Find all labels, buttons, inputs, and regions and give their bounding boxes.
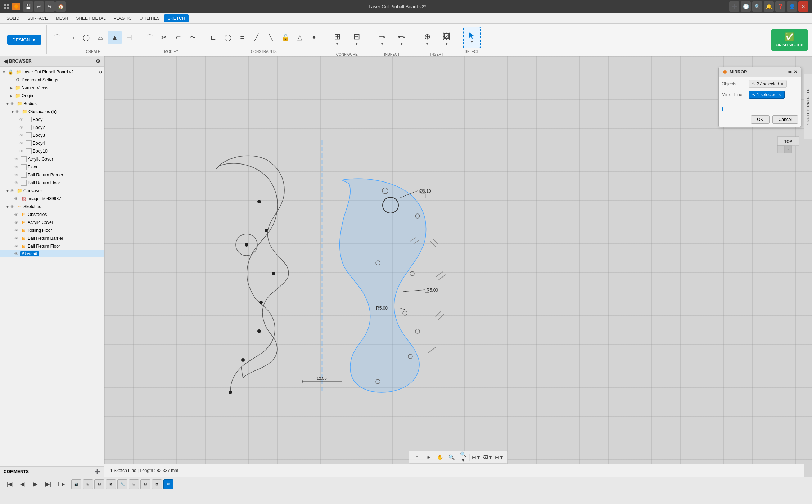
rect-tool[interactable]: ▭	[65, 31, 78, 44]
sidebar-item-obstacles[interactable]: ▼ 👁 📁 Obstacales (5)	[0, 108, 104, 116]
pan-btn[interactable]: ✋	[435, 452, 445, 462]
bell-icon[interactable]: 🔔	[764, 1, 774, 12]
timeline-step-7[interactable]: ⊟	[140, 479, 150, 489]
design-button[interactable]: DESIGN ▼	[7, 35, 41, 45]
mirror-collapse-btn[interactable]: ≪	[788, 69, 792, 75]
tab-mesh[interactable]: MESH	[52, 14, 72, 22]
sidebar-item-rolling-floor-sketch[interactable]: 👁 ⊟ Rolling Floor	[0, 226, 104, 234]
home-view-btn[interactable]: ⌂	[412, 452, 422, 462]
cancel-button[interactable]: Cancel	[772, 115, 798, 124]
sidebar-item-bodies[interactable]: ▼ 👁 📁 Bodies	[0, 100, 104, 108]
sidebar-item-origin[interactable]: ▶ 📁 Origin	[0, 92, 104, 100]
user-avatar[interactable]: 👤	[787, 1, 797, 12]
constraint-1[interactable]: ⊏	[207, 31, 220, 44]
tab-utilities[interactable]: UTILITIES	[136, 14, 163, 22]
sidebar-item-acrylic-cover-sketch[interactable]: 👁 ⊟ Acrylic Cover	[0, 219, 104, 226]
timeline-step-active[interactable]: ✏	[163, 479, 173, 489]
timeline-step-1[interactable]: 📷	[71, 479, 81, 489]
sketch-palette-panel[interactable]: SKETCH PALETTE	[804, 74, 812, 139]
constraint-7[interactable]: △	[293, 31, 307, 44]
tree-root[interactable]: ▼ 🔒 📁 Laser Cut Pinball Board v2 ⚙	[0, 68, 104, 76]
finish-sketch-button[interactable]: ✅ FINISH SKETCH	[771, 29, 808, 51]
inspect-btn2[interactable]: ⊷▼	[392, 27, 411, 51]
new-tab-button[interactable]: ➕	[729, 1, 739, 12]
tab-plastic[interactable]: PLASTIC	[110, 14, 135, 22]
sidebar-item-floor[interactable]: 👁 Floor	[0, 163, 104, 171]
close-button[interactable]: ✕	[798, 1, 808, 12]
configure-btn1[interactable]: ⊞▼	[328, 27, 347, 51]
sidebar-item-acrylic-cover-body[interactable]: 👁 Acrylic Cover	[0, 155, 104, 163]
tab-sheet-metal[interactable]: SHEET METAL	[72, 14, 109, 22]
sidebar-item-named-views[interactable]: ▶ 📁 Named Views	[0, 84, 104, 92]
sidebar-item-sketches[interactable]: ▼ 👁 ✏ Sketches	[0, 203, 104, 211]
fit-view-btn[interactable]: ⊞	[424, 452, 434, 462]
play-go-end-btn[interactable]: ⊢▶	[55, 478, 67, 490]
help-button[interactable]: ❓	[775, 1, 785, 12]
objects-chip[interactable]: ↖ 37 selected ✕	[749, 80, 787, 88]
sidebar-item-canvases[interactable]: ▼ 👁 📁 Canvases	[0, 187, 104, 195]
canvas-area[interactable]: 12.50 Ø6.10	[104, 56, 812, 477]
timeline-step-5[interactable]: 🔧	[117, 479, 127, 489]
browser-settings-icon[interactable]: ⚙	[96, 58, 100, 64]
sidebar-item-body10[interactable]: 👁 Body10	[0, 147, 104, 155]
timeline-step-3[interactable]: ⊟	[94, 479, 104, 489]
view-cube[interactable]: TOP Z	[777, 137, 799, 153]
mirror-info-btn[interactable]: ℹ	[722, 106, 723, 112]
constraint-8[interactable]: ✦	[307, 31, 321, 44]
circle-tool[interactable]: ◯	[79, 31, 93, 44]
spline-tool[interactable]: 〜	[186, 31, 200, 44]
timeline-step-2[interactable]: ⊞	[83, 479, 93, 489]
search-button[interactable]: 🔍	[752, 1, 762, 12]
undo-button[interactable]: ↩	[34, 1, 44, 12]
constraint-3[interactable]: =	[235, 31, 249, 44]
clock-icon[interactable]: 🕐	[741, 1, 751, 12]
fillet-tool[interactable]: ⌒	[143, 31, 157, 44]
configure-btn2[interactable]: ⊟▼	[347, 27, 366, 51]
zoom-btn[interactable]: 🔍	[447, 452, 457, 462]
sidebar-item-obstacles-sketch[interactable]: 👁 ⊟ Obstacles	[0, 211, 104, 219]
root-settings-icon[interactable]: ⚙	[99, 70, 103, 75]
tab-sketch[interactable]: SKETCH	[164, 14, 189, 22]
tab-surface[interactable]: SURFACE	[24, 14, 51, 22]
zoom-options-btn[interactable]: 🔍▼	[458, 452, 468, 462]
sidebar-back-btn[interactable]: ◀	[4, 58, 8, 64]
select-btn[interactable]: ▼	[463, 27, 481, 48]
inspect-btn1[interactable]: ⊸▼	[373, 27, 392, 51]
sidebar-item-body1[interactable]: 👁 Body1	[0, 116, 104, 123]
objects-clear-btn[interactable]: ✕	[780, 82, 784, 86]
tab-solid[interactable]: SOLID	[3, 14, 23, 22]
timeline-step-8[interactable]: ⊠	[152, 479, 162, 489]
mirror-line-chip[interactable]: ↖ 1 selected ✕	[749, 91, 785, 99]
grid-display-btn[interactable]: ⊞▼	[495, 452, 505, 462]
insert-btn1[interactable]: ⊕▼	[418, 27, 437, 51]
play-go-start-btn[interactable]: |◀	[4, 478, 15, 490]
sidebar-item-ball-return-floor-body[interactable]: 👁 Ball Return Floor	[0, 179, 104, 187]
comments-add-icon[interactable]: ➕	[94, 469, 100, 474]
sidebar-item-ball-return-barrier-sketch[interactable]: 👁 ⊟ Ball Return Barrier	[0, 234, 104, 242]
offset-tool[interactable]: ⊂	[172, 31, 185, 44]
arc-tool[interactable]: ⌓	[94, 31, 107, 44]
play-prev-btn[interactable]: ◀	[17, 478, 28, 490]
triangle-tool[interactable]: ▲	[108, 31, 122, 44]
grid-menu-icon[interactable]	[4, 4, 9, 9]
mirror-line-clear-btn[interactable]: ✕	[778, 93, 781, 97]
sidebar-item-body2[interactable]: 👁 Body2	[0, 123, 104, 131]
save-button[interactable]: 💾	[23, 1, 33, 12]
mirror-expand-btn[interactable]: ✕	[794, 69, 797, 75]
sidebar-item-sketch6[interactable]: 👁 Sketch6	[0, 250, 104, 257]
constraint-2[interactable]: ◯	[221, 31, 235, 44]
play-next-btn[interactable]: ▶|	[42, 478, 54, 490]
play-btn[interactable]: ▶	[30, 478, 41, 490]
sidebar-item-ball-return-barrier-body[interactable]: 👁 Ball Return Barrier	[0, 171, 104, 179]
constraint-6[interactable]: 🔒	[279, 31, 292, 44]
visual-style-btn[interactable]: 🖼▼	[483, 452, 493, 462]
trim-tool[interactable]: ✂	[157, 31, 171, 44]
home-button[interactable]: 🏠	[55, 1, 66, 12]
sidebar-item-body3[interactable]: 👁 Body3	[0, 131, 104, 139]
extend-tool[interactable]: ⊣	[122, 31, 136, 44]
insert-image-btn[interactable]: 🖼▼	[437, 27, 456, 51]
sidebar-item-body4[interactable]: 👁 Body4	[0, 139, 104, 147]
sidebar-item-image-canvas[interactable]: 👁 🖼 image_50439937	[0, 195, 104, 203]
ok-button[interactable]: OK	[751, 115, 769, 124]
timeline-step-6[interactable]: ⊞	[129, 479, 139, 489]
